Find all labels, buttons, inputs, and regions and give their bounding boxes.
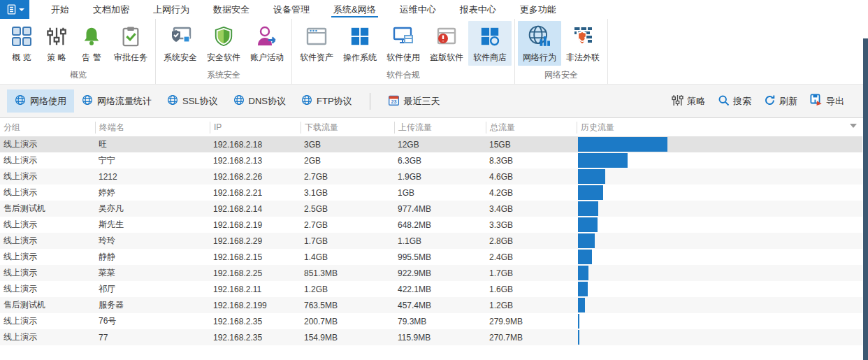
ribbon-button[interactable]: 告 警 <box>74 21 109 66</box>
table-row[interactable]: 线上演示宁宁192.168.2.132GB6.3GB8.3GB <box>0 152 862 168</box>
vertical-scrollbar[interactable] <box>863 38 868 360</box>
ribbon-button[interactable]: 操作系统 <box>338 21 382 66</box>
tab-label: SSL协议 <box>182 95 218 108</box>
cell-upload: 6.3GB <box>394 156 486 166</box>
date-filter-button[interactable]: 23最近三天 <box>380 89 448 113</box>
column-header-4[interactable]: 下载流量 <box>301 122 394 134</box>
ribbon-button[interactable]: 安全软件 <box>202 21 245 66</box>
tab-网络使用[interactable]: 网络使用 <box>7 89 74 113</box>
ribbon-button[interactable]: 网络行为 <box>518 21 561 66</box>
cell-ip: 192.168.2.29 <box>210 236 301 246</box>
tab-网络流量统计[interactable]: 网络流量统计 <box>74 89 159 113</box>
column-header-6[interactable]: 总流量 <box>486 122 577 134</box>
shield-monitor-icon <box>168 24 193 49</box>
ribbon-button[interactable]: 概 览 <box>4 21 39 66</box>
menu-bar: 开始文档加密上网行为数据安全设备管理系统&网络运维中心报表中心更多功能 <box>0 0 868 19</box>
column-header-5[interactable]: 上传流量 <box>394 122 486 134</box>
menu-item-3[interactable]: 上网行为 <box>141 0 201 19</box>
table-row[interactable]: 线上演示斯先生192.168.2.192.7GB648.2MB3.3GB <box>0 217 862 233</box>
table-row[interactable]: 线上演示1212192.168.2.262.7GB1.9GB4.6GB <box>0 168 862 185</box>
action-刷新[interactable]: 刷新 <box>764 94 797 108</box>
tab-FTP协议[interactable]: FTP协议 <box>294 89 360 113</box>
action-导出[interactable]: 导出 <box>810 94 844 108</box>
os-squares-icon <box>347 24 372 49</box>
ribbon-button[interactable]: 审批任务 <box>109 21 152 66</box>
cell-download: 763.5MB <box>301 301 394 310</box>
ribbon-button-label: 告 警 <box>82 52 101 64</box>
menu-item-1[interactable]: 开始 <box>39 0 81 19</box>
cell-upload: 1.1GB <box>394 236 486 246</box>
ribbon-button[interactable]: 非法外联 <box>561 21 605 66</box>
menu-item-2[interactable]: 文档加密 <box>81 0 141 19</box>
menu-item-9[interactable]: 更多功能 <box>508 0 568 19</box>
cell-history <box>577 233 862 249</box>
action-策略[interactable]: 策略 <box>672 94 705 108</box>
ribbon-button[interactable]: 账户活动 <box>245 21 289 66</box>
calendar-icon: 23 <box>388 94 400 108</box>
cell-ip: 192.168.2.15 <box>210 252 301 262</box>
history-traffic-bar <box>578 185 603 200</box>
tab-DNS协议[interactable]: DNS协议 <box>226 89 294 113</box>
cell-group: 线上演示 <box>0 219 95 231</box>
table-row[interactable]: 线上演示旺192.168.2.183GB12GB15GB <box>0 136 862 152</box>
table-row[interactable]: 售后测试机吴亦凡192.168.2.142.5GB977.4MB3.4GB <box>0 201 862 217</box>
ribbon-button[interactable]: 软件使用 <box>382 21 425 66</box>
table-row[interactable]: 线上演示菜菜192.168.2.25851.3MB922.9MB1.7GB <box>0 265 862 281</box>
ribbon-button[interactable]: 软件商店 <box>468 21 512 66</box>
column-menu-caret-icon[interactable] <box>850 124 857 128</box>
table-row[interactable]: 线上演示祁厅192.168.2.111.2GB422.1MB1.6GB <box>0 281 862 297</box>
tab-label: FTP协议 <box>317 95 352 108</box>
cell-total: 8.3GB <box>486 156 577 166</box>
table-row[interactable]: 线上演示76号192.168.2.35200.7MB79.3MB279.9MB <box>0 313 862 329</box>
app-logo-button[interactable] <box>0 0 29 19</box>
column-header-2[interactable]: 终端名 <box>95 122 210 134</box>
column-header-3[interactable]: IP <box>210 122 301 134</box>
table-row[interactable]: 线上演示静静192.168.2.151.4GB995.5MB2.4GB <box>0 249 862 265</box>
table-row[interactable]: 线上演示婷婷192.168.2.213.1GB1GB4.2GB <box>0 185 862 201</box>
cell-download: 154.9MB <box>301 333 394 343</box>
menu-item-6[interactable]: 系统&网络 <box>321 0 388 19</box>
sliders-small-icon <box>672 94 683 108</box>
user-arrow-icon <box>254 24 280 49</box>
globe-icon <box>233 94 245 108</box>
cell-group: 线上演示 <box>0 154 95 166</box>
ribbon-button-label: 概 览 <box>12 52 31 64</box>
date-filter-label: 最近三天 <box>404 95 440 108</box>
action-搜索[interactable]: 搜索 <box>718 94 751 108</box>
cell-history <box>577 168 862 185</box>
table-row[interactable]: 线上演示77192.168.2.35154.9MB115.9MB270.7MB <box>0 329 862 345</box>
cell-upload: 995.5MB <box>394 252 486 262</box>
cell-name: 菜菜 <box>95 267 210 279</box>
column-header-1[interactable]: 分组 <box>0 122 95 134</box>
menu-item-7[interactable]: 运维中心 <box>388 0 448 19</box>
cell-total: 15GB <box>486 140 577 150</box>
ribbon-group-label: 概览 <box>4 67 152 84</box>
ribbon-button[interactable]: 软件资产 <box>295 21 338 66</box>
cell-group: 售后测试机 <box>0 299 95 311</box>
history-traffic-bar <box>578 266 588 280</box>
clipboard-check-icon <box>118 24 143 49</box>
menu-items: 开始文档加密上网行为数据安全设备管理系统&网络运维中心报表中心更多功能 <box>39 0 568 19</box>
globe-icon <box>82 94 93 108</box>
table-row[interactable]: 线上演示玲玲192.168.2.291.7GB1.1GB2.8GB <box>0 233 862 249</box>
tab-SSL协议[interactable]: SSL协议 <box>159 89 226 113</box>
menu-item-4[interactable]: 数据安全 <box>201 0 261 19</box>
cell-total: 270.7MB <box>486 333 577 343</box>
column-header-7[interactable]: 历史流量 <box>577 122 862 134</box>
table-row[interactable]: 售后测试机服务器192.168.2.199763.5MB457.4MB1.2GB <box>0 297 862 313</box>
ribbon-button[interactable]: 盗版软件 <box>425 21 468 66</box>
action-label: 策略 <box>687 95 705 108</box>
menu-item-8[interactable]: 报表中心 <box>448 0 508 19</box>
ribbon-group: 系统安全安全软件账户活动系统安全 <box>156 19 292 84</box>
cell-history <box>577 313 862 329</box>
ribbon-button-label: 账户活动 <box>250 52 284 64</box>
ribbon-button[interactable]: 策 略 <box>39 21 74 66</box>
ribbon-button[interactable]: 系统安全 <box>159 21 202 66</box>
menu-item-5[interactable]: 设备管理 <box>261 0 321 19</box>
ribbon-button-label: 审批任务 <box>114 52 147 64</box>
table-body: 线上演示旺192.168.2.183GB12GB15GB线上演示宁宁192.16… <box>0 136 862 345</box>
svg-text:23: 23 <box>391 99 396 105</box>
ribbon-button-label: 操作系统 <box>343 52 377 64</box>
cell-group: 线上演示 <box>0 171 95 182</box>
history-traffic-bar <box>578 330 579 345</box>
